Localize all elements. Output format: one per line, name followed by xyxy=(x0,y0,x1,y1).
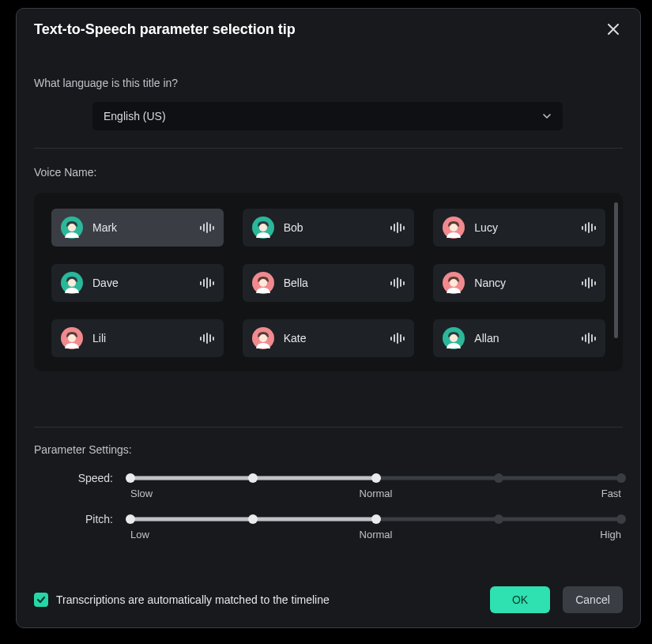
waveform-icon xyxy=(200,333,214,344)
scrollbar[interactable] xyxy=(614,202,618,338)
avatar-icon xyxy=(61,272,83,294)
avatar-icon xyxy=(252,217,274,239)
dialog-title: Text-to-Speech parameter selection tip xyxy=(34,21,296,38)
voice-name: Dave xyxy=(92,277,119,289)
divider xyxy=(34,148,623,149)
svg-point-15 xyxy=(259,334,267,342)
svg-point-11 xyxy=(450,279,458,287)
voice-name: Lucy xyxy=(474,221,498,234)
avatar-icon xyxy=(443,217,465,239)
voice-option-bella[interactable]: Bella xyxy=(243,264,415,302)
voice-name: Lili xyxy=(92,332,106,345)
avatar-icon xyxy=(61,217,83,239)
voice-section-label: Voice Name: xyxy=(34,166,623,179)
language-selected-value: English (US) xyxy=(104,110,166,122)
voice-name: Bella xyxy=(284,277,308,289)
cancel-button[interactable]: Cancel xyxy=(563,586,623,613)
tts-dialog: Text-to-Speech parameter selection tip W… xyxy=(16,8,641,628)
params-section: Parameter Settings: Speed: Slow Normal F… xyxy=(34,427,623,525)
voice-name: Kate xyxy=(284,332,307,345)
waveform-icon xyxy=(582,277,596,288)
checkbox-checked-icon[interactable] xyxy=(34,593,48,607)
waveform-icon xyxy=(390,222,405,233)
voice-option-lili[interactable]: Lili xyxy=(51,319,224,357)
voice-option-lucy[interactable]: Lucy xyxy=(433,209,605,247)
speed-label: Speed: xyxy=(34,472,130,484)
divider xyxy=(34,427,623,427)
voice-option-bob[interactable]: Bob xyxy=(243,209,415,247)
svg-point-3 xyxy=(259,224,267,232)
voice-name: Allan xyxy=(474,332,499,345)
avatar-icon xyxy=(443,327,465,349)
voice-option-kate[interactable]: Kate xyxy=(243,319,415,357)
dialog-body: What language is this title in? English … xyxy=(17,45,640,627)
voice-option-allan[interactable]: Allan xyxy=(433,319,605,357)
pitch-tick-max: High xyxy=(600,529,621,540)
pitch-label: Pitch: xyxy=(34,513,130,525)
svg-point-13 xyxy=(68,334,76,342)
voice-option-dave[interactable]: Dave xyxy=(51,264,224,302)
voice-panel: Mark Bob Lucy Dave Bella Nancy Lili Kate xyxy=(34,193,623,371)
speed-tick-min: Slow xyxy=(130,488,153,499)
voice-name: Mark xyxy=(92,221,117,234)
speed-slider[interactable] xyxy=(130,473,621,484)
svg-point-9 xyxy=(259,279,267,287)
pitch-row: Pitch: Low Normal High xyxy=(34,513,623,525)
transcription-row[interactable]: Transcriptions are automatically matched… xyxy=(34,593,330,607)
voice-option-mark[interactable]: Mark xyxy=(51,209,224,247)
dialog-footer: Transcriptions are automatically matched… xyxy=(34,586,623,613)
svg-point-17 xyxy=(450,334,458,342)
voice-option-nancy[interactable]: Nancy xyxy=(433,264,605,302)
avatar-icon xyxy=(252,272,274,294)
waveform-icon xyxy=(582,222,596,233)
params-header: Parameter Settings: xyxy=(34,443,623,456)
speed-row: Speed: Slow Normal Fast xyxy=(34,472,623,484)
language-question: What language is this title in? xyxy=(34,77,623,89)
chevron-down-icon xyxy=(542,111,552,121)
speed-tick-mid: Normal xyxy=(360,488,393,499)
pitch-tick-mid: Normal xyxy=(360,529,393,540)
pitch-slider[interactable] xyxy=(130,514,621,525)
waveform-icon xyxy=(390,277,405,288)
waveform-icon xyxy=(200,277,214,288)
speed-tick-max: Fast xyxy=(601,488,621,499)
transcription-label: Transcriptions are automatically matched… xyxy=(56,593,330,606)
waveform-icon xyxy=(390,333,405,344)
voice-name: Nancy xyxy=(474,277,506,289)
ok-button[interactable]: OK xyxy=(490,586,550,613)
pitch-tick-min: Low xyxy=(130,529,149,540)
svg-point-7 xyxy=(68,279,76,287)
svg-point-1 xyxy=(68,224,76,232)
avatar-icon xyxy=(443,272,465,294)
avatar-icon xyxy=(252,327,274,349)
close-icon[interactable] xyxy=(604,20,623,39)
dialog-header: Text-to-Speech parameter selection tip xyxy=(17,9,640,45)
waveform-icon xyxy=(582,333,596,344)
avatar-icon xyxy=(61,327,83,349)
voice-name: Bob xyxy=(284,221,303,234)
svg-point-5 xyxy=(450,224,458,232)
language-select[interactable]: English (US) xyxy=(92,102,563,130)
waveform-icon xyxy=(200,222,214,233)
